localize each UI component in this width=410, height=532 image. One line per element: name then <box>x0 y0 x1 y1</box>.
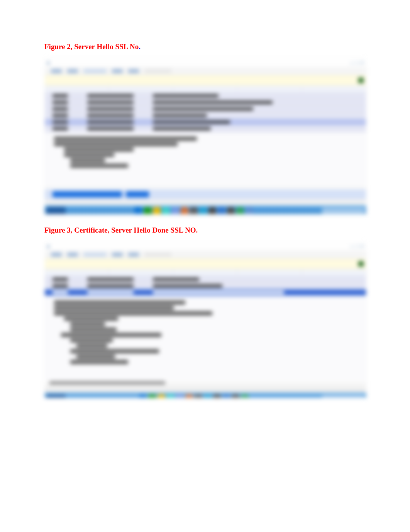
display-filter-bar <box>45 75 366 85</box>
packet-details-pane <box>45 132 366 185</box>
figure-3-caption-text: Figure 3, Certificate, Server Hello Done… <box>44 226 198 234</box>
figure-3-screenshot: ■ — □ ✕ <box>44 241 366 398</box>
packet-list <box>45 276 366 296</box>
display-filter-bar <box>45 259 366 269</box>
packet-details-pane <box>45 296 366 380</box>
figure-2-period: . <box>139 42 141 51</box>
packet-bytes-pane <box>45 189 366 199</box>
app-toolbar <box>45 67 366 75</box>
window-titlebar: ■ — □ ✕ <box>45 58 366 67</box>
packet-list-header <box>45 85 366 93</box>
packet-list <box>45 93 366 132</box>
packet-list-header <box>45 269 366 276</box>
figure-2-caption: Figure 2, Server Hello SSL No. <box>44 42 366 51</box>
figure-2-screenshot: ■ — □ ✕ <box>44 58 366 214</box>
figure-2-caption-text: Figure 2, Server Hello SSL No <box>44 42 139 51</box>
app-toolbar <box>45 250 366 259</box>
figure-3-caption: Figure 3, Certificate, Server Hello Done… <box>44 226 366 235</box>
os-taskbar <box>45 206 366 214</box>
window-titlebar: ■ — □ ✕ <box>45 242 366 250</box>
os-taskbar <box>45 393 366 398</box>
